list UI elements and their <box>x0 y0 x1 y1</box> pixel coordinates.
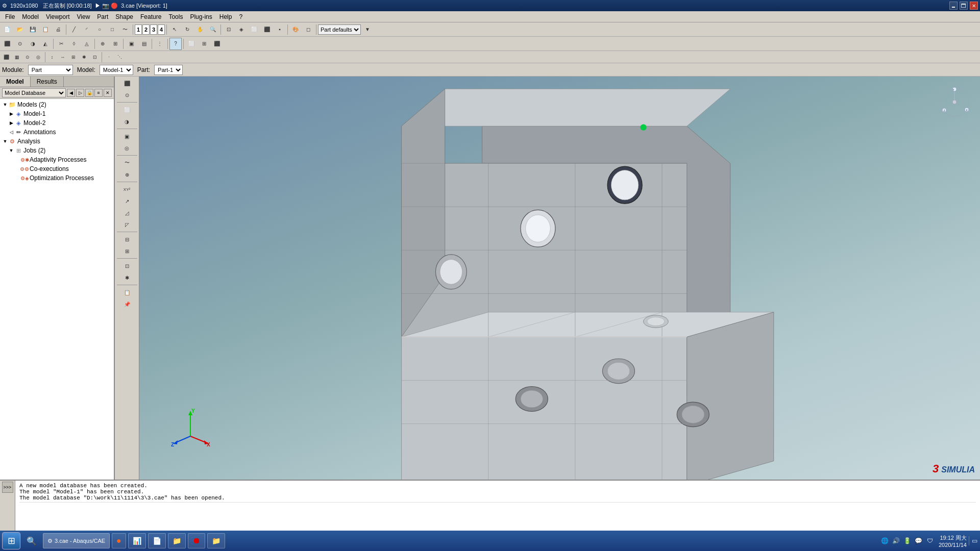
tree-toggle-annotations[interactable]: ◁ <box>8 130 14 135</box>
query-button[interactable]: ? <box>169 38 182 50</box>
vtool-tool1[interactable]: 📋 <box>121 287 133 298</box>
loft-button[interactable]: ◭ <box>39 38 52 50</box>
cut-button[interactable]: ✂ <box>55 38 67 50</box>
pan-button[interactable]: ✋ <box>194 23 206 36</box>
vtool-extrude[interactable]: ⬛ <box>121 78 133 89</box>
tab-model[interactable]: Model <box>0 77 31 87</box>
defaults-select[interactable]: Part defaults <box>318 24 361 35</box>
tree-model1[interactable]: ▶ ◈ Model-1 <box>0 109 114 118</box>
tray-volume[interactable]: 🔊 <box>892 536 901 545</box>
tree-close-btn[interactable]: ✕ <box>104 89 112 97</box>
tree-coexec[interactable]: ⚙⚙ Co-executions <box>0 164 114 173</box>
tree-annotations[interactable]: ◁ ✏ Annotations <box>0 128 114 137</box>
tree-analysis[interactable]: ▼ ⚙ Analysis <box>0 137 114 146</box>
tree-models[interactable]: ▼ 📁 Models (2) <box>0 100 114 109</box>
close-button[interactable]: ✕ <box>970 2 978 10</box>
menu-question[interactable]: ? <box>236 12 246 21</box>
vtool-ref2[interactable]: ✱ <box>121 272 133 283</box>
tree-toggle-model2[interactable]: ▶ <box>8 120 14 126</box>
tab-results[interactable]: Results <box>31 77 64 87</box>
maximize-button[interactable]: 🗖 <box>960 2 968 10</box>
part-select[interactable]: Part-1 <box>154 65 183 75</box>
set-button[interactable]: ▣ <box>125 38 137 50</box>
vtool-xy2[interactable]: ↗ <box>121 195 133 207</box>
vtool-cut[interactable]: ⬜ <box>121 104 133 115</box>
cursor-button[interactable]: ↖ <box>168 23 181 36</box>
vtool-offset[interactable]: ◎ <box>121 142 133 154</box>
tree-toggle-jobs[interactable]: ▼ <box>8 148 14 153</box>
tool-b4[interactable]: ✱ <box>79 52 89 62</box>
minimize-button[interactable]: 🗕 <box>949 2 958 10</box>
vtool-xy1[interactable]: XY² <box>121 184 133 195</box>
tree-expand-btn[interactable]: ▷ <box>76 89 84 97</box>
snap-button[interactable]: ⋅ <box>104 52 114 62</box>
tool-a3[interactable]: ⊙ <box>22 52 33 62</box>
taskbar-app-folder[interactable]: 📁 <box>207 533 225 548</box>
fit-button[interactable]: ⊡ <box>223 23 235 36</box>
input-toggle-btn[interactable]: >>> <box>2 482 13 493</box>
wire-button[interactable]: ◻ <box>302 23 314 36</box>
viewport[interactable]: Y X Z Y X <box>139 77 980 480</box>
datum-button[interactable]: ⊕ <box>96 38 109 50</box>
tree-toggle-analysis[interactable]: ▼ <box>2 139 8 144</box>
model-select[interactable]: Model-1 Model-2 <box>100 65 133 75</box>
tree-lock-btn[interactable]: 🔒 <box>85 89 93 97</box>
tool-b3[interactable]: ⊞ <box>68 52 79 62</box>
vp-single-button[interactable]: ⬜ <box>185 38 198 50</box>
sketch-rect-button[interactable]: □ <box>106 23 118 36</box>
vtool-shell[interactable]: ▣ <box>121 131 133 142</box>
module-select[interactable]: Part Property Assembly Step Interaction … <box>28 65 73 75</box>
vtool-revolve[interactable]: ⊙ <box>121 89 133 101</box>
zoom-button[interactable]: 🔍 <box>207 23 219 36</box>
vtool-blend[interactable]: ◑ <box>121 116 133 127</box>
clock-area[interactable]: 19:12 周大 2020/11/14 <box>939 534 967 548</box>
mesh-button[interactable]: ⋮ <box>154 38 166 50</box>
message-input-line[interactable] <box>19 502 976 512</box>
taskbar-app-ppt[interactable]: 📊 <box>128 533 146 548</box>
sketch-line-button[interactable]: ╱ <box>68 23 80 36</box>
taskbar-app-abaqus[interactable]: ⚙ 3.cae - Abaqus/CAE <box>43 533 110 548</box>
view-side-button[interactable]: ▪ <box>274 23 286 36</box>
taskbar-app-tool2[interactable]: 📁 <box>168 533 186 548</box>
tool-b1[interactable]: ↕ <box>47 52 57 62</box>
num-2-button[interactable]: 2 <box>142 24 150 35</box>
grid-button[interactable]: ⋱ <box>114 52 125 62</box>
vtool-point[interactable]: ⊕ <box>121 169 133 180</box>
tool-a4[interactable]: ◎ <box>33 52 43 62</box>
menu-feature[interactable]: Feature <box>137 12 164 21</box>
new-button[interactable]: 📄 <box>1 23 13 36</box>
sweep-button[interactable]: ◑ <box>27 38 39 50</box>
taskbar-app-tool1[interactable]: 📄 <box>148 533 166 548</box>
menu-tools[interactable]: Tools <box>165 12 186 21</box>
vtool-tool2[interactable]: 📌 <box>121 298 133 310</box>
save-button[interactable]: 💾 <box>27 23 39 36</box>
tree-model2[interactable]: ▶ ◈ Model-2 <box>0 118 114 128</box>
vtool-xy3[interactable]: ◿ <box>121 207 133 218</box>
menu-shape[interactable]: Shape <box>112 12 136 21</box>
defaults-btn[interactable]: ▼ <box>361 23 374 36</box>
print-button[interactable]: 🖨 <box>52 23 64 36</box>
extrude-button[interactable]: ⬛ <box>1 38 13 50</box>
tool-b5[interactable]: ⊡ <box>90 52 100 62</box>
show-desktop-btn[interactable]: ▭ <box>969 536 978 545</box>
menu-viewport[interactable]: Viewport <box>43 12 72 21</box>
render-button[interactable]: 🎨 <box>289 23 302 36</box>
tray-security[interactable]: 🛡 <box>925 536 935 545</box>
model-db-select[interactable]: Model Database <box>2 88 66 97</box>
sketch-arc-button[interactable]: ◜ <box>81 23 93 36</box>
tray-message[interactable]: 💬 <box>914 536 923 545</box>
blend-button[interactable]: ◊ <box>68 38 80 50</box>
taskbar-app-rec[interactable]: ⏺ <box>188 533 205 548</box>
taskbar-app-ball[interactable]: ● <box>112 533 126 548</box>
vtool-ref1[interactable]: ⊡ <box>121 260 133 271</box>
view-iso-button[interactable]: ◈ <box>235 23 248 36</box>
rotate-button[interactable]: ↻ <box>181 23 193 36</box>
tree-toggle-btn[interactable]: ◀ <box>67 89 75 97</box>
sketch-circle-button[interactable]: ○ <box>93 23 106 36</box>
tree-optim[interactable]: ⚙◈ Optimization Processes <box>0 173 114 183</box>
view-top-button[interactable]: ⬛ <box>261 23 273 36</box>
tool-a2[interactable]: ▦ <box>12 52 22 62</box>
tree-jobs[interactable]: ▼ ⊞ Jobs (2) <box>0 146 114 155</box>
tree-toggle-model1[interactable]: ▶ <box>8 111 14 116</box>
num-1-button[interactable]: 1 <box>135 24 142 35</box>
